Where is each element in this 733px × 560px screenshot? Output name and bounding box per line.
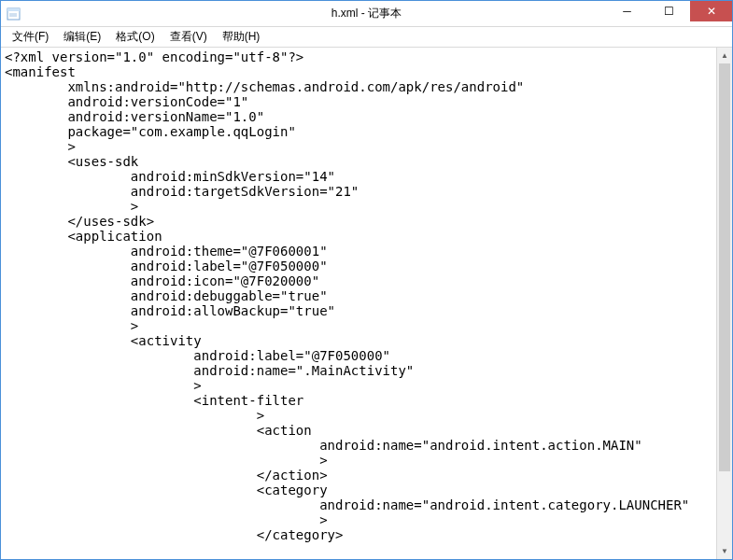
close-button[interactable]: ✕ <box>690 1 732 21</box>
menu-edit[interactable]: 编辑(E) <box>56 27 108 47</box>
svg-rect-1 <box>7 8 20 11</box>
scroll-thumb[interactable] <box>719 63 730 471</box>
menu-view[interactable]: 查看(V) <box>162 27 215 47</box>
window-controls: ─ ☐ ✕ <box>606 1 732 26</box>
menu-file[interactable]: 文件(F) <box>5 27 56 47</box>
scroll-up-arrow[interactable]: ▲ <box>717 48 732 63</box>
menu-bar: 文件(F) 编辑(E) 格式(O) 查看(V) 帮助(H) <box>1 27 732 48</box>
scroll-down-arrow[interactable]: ▼ <box>717 543 732 559</box>
title-bar: h.xml - 记事本 ─ ☐ ✕ <box>1 1 732 27</box>
maximize-button[interactable]: ☐ <box>648 1 690 21</box>
menu-format[interactable]: 格式(O) <box>108 27 162 47</box>
scroll-track[interactable] <box>717 63 732 543</box>
text-editor[interactable]: <?xml version="1.0" encoding="utf-8"?> <… <box>1 48 716 559</box>
vertical-scrollbar[interactable]: ▲ ▼ <box>716 48 732 559</box>
content-area: <?xml version="1.0" encoding="utf-8"?> <… <box>1 48 732 559</box>
minimize-button[interactable]: ─ <box>606 1 648 21</box>
app-icon <box>7 7 21 21</box>
menu-help[interactable]: 帮助(H) <box>215 27 268 47</box>
